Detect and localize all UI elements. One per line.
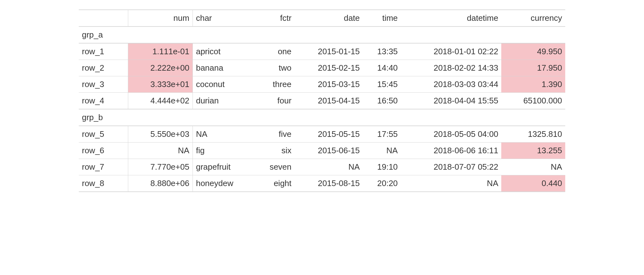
table-row: row_88.880e+06honeydeweight2015-08-1520:… (79, 175, 565, 192)
cell-num: NA (128, 143, 193, 159)
cell-datetime: 2018-04-04 15:55 (401, 93, 501, 109)
cell-time: 15:45 (363, 76, 401, 93)
column-header-currency: currency (501, 10, 565, 26)
cell-datetime: 2018-07-07 05:22 (401, 159, 501, 175)
cell-datetime: NA (401, 175, 501, 192)
cell-currency: 1325.810 (501, 126, 565, 143)
row-stub: row_2 (79, 60, 128, 76)
cell-date: 2015-06-15 (295, 143, 363, 159)
cell-num: 2.222e+00 (128, 60, 193, 76)
row-stub: row_6 (79, 143, 128, 159)
table-row: row_55.550e+03NAfive2015-05-1517:552018-… (79, 126, 565, 143)
group-header: grp_a (79, 26, 565, 43)
group-header: grp_b (79, 109, 565, 126)
cell-date: 2015-05-15 (295, 126, 363, 143)
cell-char: fig (193, 143, 255, 159)
column-header-date: date (295, 10, 363, 26)
cell-time: 16:50 (363, 93, 401, 109)
row-stub: row_1 (79, 43, 128, 60)
column-header-fctr: fctr (255, 10, 295, 26)
row-stub: row_7 (79, 159, 128, 175)
group-label: grp_a (79, 26, 565, 43)
table-row: row_44.444e+02durianfour2015-04-1516:502… (79, 93, 565, 109)
table-row: row_77.770e+05grapefruitsevenNA19:102018… (79, 159, 565, 175)
column-header-num: num (128, 10, 193, 26)
table-row: row_11.111e-01apricotone2015-01-1513:352… (79, 43, 565, 60)
cell-fctr: six (255, 143, 295, 159)
cell-num: 7.770e+05 (128, 159, 193, 175)
table-row: row_22.222e+00bananatwo2015-02-1514:4020… (79, 60, 565, 76)
row-stub: row_3 (79, 76, 128, 93)
cell-time: 17:55 (363, 126, 401, 143)
cell-datetime: 2018-02-02 14:33 (401, 60, 501, 76)
table-row: row_6NAfigsix2015-06-15NA2018-06-06 16:1… (79, 143, 565, 159)
cell-currency: 65100.000 (501, 93, 565, 109)
cell-char: banana (193, 60, 255, 76)
cell-time: 19:10 (363, 159, 401, 175)
column-header-stub (79, 10, 128, 26)
cell-currency: 13.255 (501, 143, 565, 159)
column-header-datetime: datetime (401, 10, 501, 26)
cell-fctr: eight (255, 175, 295, 192)
cell-currency: 0.440 (501, 175, 565, 192)
cell-fctr: three (255, 76, 295, 93)
cell-fctr: one (255, 43, 295, 60)
cell-num: 8.880e+06 (128, 175, 193, 192)
cell-currency: NA (501, 159, 565, 175)
cell-char: coconut (193, 76, 255, 93)
cell-fctr: five (255, 126, 295, 143)
cell-num: 3.333e+01 (128, 76, 193, 93)
column-header-row: num char fctr date time datetime currenc… (79, 10, 565, 26)
cell-num: 1.111e-01 (128, 43, 193, 60)
cell-date: NA (295, 159, 363, 175)
cell-num: 5.550e+03 (128, 126, 193, 143)
cell-datetime: 2018-03-03 03:44 (401, 76, 501, 93)
column-header-char: char (193, 10, 255, 26)
cell-fctr: two (255, 60, 295, 76)
cell-char: honeydew (193, 175, 255, 192)
cell-date: 2015-01-15 (295, 43, 363, 60)
group-label: grp_b (79, 109, 565, 126)
cell-date: 2015-03-15 (295, 76, 363, 93)
row-stub: row_8 (79, 175, 128, 192)
cell-datetime: 2018-01-01 02:22 (401, 43, 501, 60)
cell-num: 4.444e+02 (128, 93, 193, 109)
cell-datetime: 2018-06-06 16:11 (401, 143, 501, 159)
cell-date: 2015-04-15 (295, 93, 363, 109)
data-table: num char fctr date time datetime currenc… (79, 9, 565, 192)
table-row: row_33.333e+01coconutthree2015-03-1515:4… (79, 76, 565, 93)
cell-time: 14:40 (363, 60, 401, 76)
cell-fctr: four (255, 93, 295, 109)
cell-char: apricot (193, 43, 255, 60)
cell-datetime: 2018-05-05 04:00 (401, 126, 501, 143)
cell-fctr: seven (255, 159, 295, 175)
row-stub: row_4 (79, 93, 128, 109)
cell-currency: 49.950 (501, 43, 565, 60)
cell-char: NA (193, 126, 255, 143)
cell-date: 2015-08-15 (295, 175, 363, 192)
column-header-time: time (363, 10, 401, 26)
cell-char: grapefruit (193, 159, 255, 175)
cell-char: durian (193, 93, 255, 109)
cell-currency: 1.390 (501, 76, 565, 93)
row-stub: row_5 (79, 126, 128, 143)
cell-time: 13:35 (363, 43, 401, 60)
cell-time: 20:20 (363, 175, 401, 192)
cell-time: NA (363, 143, 401, 159)
cell-currency: 17.950 (501, 60, 565, 76)
cell-date: 2015-02-15 (295, 60, 363, 76)
